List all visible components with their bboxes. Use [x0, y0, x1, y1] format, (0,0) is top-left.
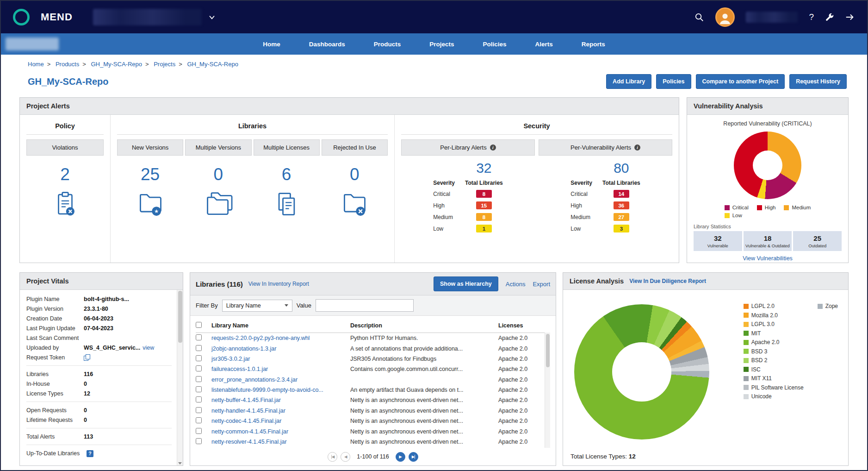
next-page-button[interactable]: ▶ — [396, 452, 405, 462]
tab-multiple-versions[interactable]: Multiple Versions — [185, 139, 251, 156]
violations-count[interactable]: 2 — [26, 156, 104, 191]
actions-button[interactable]: Actions — [506, 281, 526, 288]
severity-count-badge[interactable]: 15 — [476, 201, 492, 209]
legend-item: Medium — [784, 205, 811, 210]
brand-name[interactable]: MEND — [41, 11, 73, 23]
library-name-link[interactable]: netty-codec-4.1.45.Final.jar — [211, 418, 350, 424]
info-icon[interactable]: i — [490, 144, 496, 151]
nav-item[interactable]: Dashboards — [295, 34, 360, 54]
logout-arrow-icon[interactable] — [845, 12, 855, 22]
library-name-link[interactable]: requests-2.20.0-py2.py3-none-any.whl — [211, 335, 350, 341]
vitals-label: License Types — [26, 390, 84, 397]
nav-item[interactable]: Policies — [469, 34, 521, 54]
page-action-button[interactable]: Add Library — [606, 74, 651, 89]
severity-count-badge[interactable]: 3 — [614, 225, 629, 232]
page-action-button[interactable]: Request History — [789, 74, 847, 89]
per-library-total[interactable]: 32 — [465, 157, 503, 176]
library-name-link[interactable]: netty-common-4.1.45.Final.jar — [211, 428, 350, 435]
export-button[interactable]: Export — [533, 281, 550, 288]
wrench-icon[interactable] — [825, 13, 834, 22]
row-checkbox[interactable] — [196, 345, 202, 351]
severity-count-badge[interactable]: 27 — [614, 213, 629, 221]
nav-item[interactable]: Products — [360, 34, 415, 54]
folders-icon — [205, 191, 232, 219]
help-icon[interactable]: ? — [809, 12, 814, 22]
row-checkbox[interactable] — [196, 355, 202, 361]
tab-multiple-licenses[interactable]: Multiple Licenses — [254, 139, 320, 156]
breadcrumb-link[interactable]: Home — [28, 61, 44, 68]
vitals-label: Request Token — [26, 354, 84, 361]
search-icon[interactable] — [694, 12, 704, 22]
question-badge-icon[interactable]: ? — [87, 450, 93, 457]
user-avatar[interactable] — [715, 7, 735, 27]
row-checkbox[interactable] — [196, 407, 202, 413]
breadcrumb-link[interactable]: GH_My-SCA-Repo — [187, 61, 238, 68]
tab-rejected-in-use[interactable]: Rejected In Use — [322, 139, 388, 156]
row-checkbox[interactable] — [196, 386, 202, 392]
library-name-link[interactable]: error_prone_annotations-2.3.4.jar — [211, 377, 350, 383]
previous-page-button[interactable]: ◀ — [341, 452, 350, 462]
row-checkbox[interactable] — [196, 396, 202, 402]
breadcrumb-link[interactable]: GH_My-SCA-Repo — [91, 61, 142, 68]
library-name-link[interactable]: failureaccess-1.0.1.jar — [211, 366, 350, 372]
filter-value-input[interactable] — [316, 299, 414, 312]
row-checkbox[interactable] — [196, 334, 202, 340]
severity-count-badge[interactable]: 36 — [614, 201, 629, 209]
vitals-scrollbar[interactable] — [177, 290, 183, 465]
library-name-link[interactable]: listenablefuture-9999.0-empty-to-avoid-c… — [211, 387, 350, 393]
multiple-licenses-count[interactable]: 6 — [254, 156, 320, 191]
nav-item[interactable]: Projects — [415, 34, 468, 54]
nav-item[interactable]: Reports — [567, 34, 620, 54]
nav-item[interactable]: Home — [248, 34, 295, 54]
library-name-link[interactable]: netty-handler-4.1.45.Final.jar — [211, 408, 350, 414]
scrollbar-thumb[interactable] — [546, 334, 550, 367]
row-checkbox[interactable] — [196, 438, 202, 444]
uploaded-by-view-link[interactable]: view — [143, 345, 154, 351]
library-stat-box[interactable]: 18 Vulnerable & Outdated — [744, 231, 792, 251]
multiple-versions-count[interactable]: 0 — [185, 156, 251, 191]
scrollbar-thumb[interactable] — [178, 291, 182, 343]
library-name-link[interactable]: j2objc-annotations-1.3.jar — [211, 345, 350, 352]
breadcrumb-link[interactable]: Products — [56, 61, 79, 68]
nav-item[interactable]: Alerts — [521, 34, 567, 54]
view-vulnerabilities-link[interactable]: View Vulnerabilities — [694, 251, 842, 263]
topbar: MEND ? — [1, 1, 867, 33]
info-icon[interactable]: i — [634, 144, 640, 151]
tab-new-versions[interactable]: New Versions — [117, 139, 183, 156]
filter-field-select[interactable]: Library Name — [222, 300, 292, 312]
view-inventory-report-link[interactable]: View In Inventory Report — [248, 281, 309, 287]
tab-per-library-alerts[interactable]: Per-Library Alerts i — [401, 139, 535, 156]
per-vulnerability-total[interactable]: 80 — [602, 157, 640, 176]
severity-count-badge[interactable]: 14 — [614, 190, 629, 198]
last-page-button[interactable]: ▶| — [409, 452, 418, 462]
severity-count-badge[interactable]: 8 — [476, 190, 492, 198]
row-checkbox[interactable] — [196, 365, 202, 371]
show-as-hierarchy-button[interactable]: Show as Hierarchy — [434, 276, 498, 291]
view-due-diligence-report-link[interactable]: View In Due Diligence Report — [629, 278, 706, 284]
library-stat-box[interactable]: 32 Vulnerable — [694, 231, 742, 251]
severity-count-badge[interactable]: 1 — [476, 225, 492, 232]
library-stat-box[interactable]: 25 Outdated — [793, 231, 842, 251]
page-action-button[interactable]: Policies — [656, 74, 691, 89]
first-page-button[interactable]: |◀ — [328, 452, 337, 462]
library-name-link[interactable]: jsr305-3.0.2.jar — [211, 356, 350, 362]
library-name-link[interactable]: netty-buffer-4.1.45.Final.jar — [211, 397, 350, 403]
org-selector[interactable] — [93, 9, 217, 25]
library-name-link[interactable]: netty-resolver-4.1.45.Final.jar — [211, 439, 350, 445]
row-checkbox[interactable] — [196, 428, 202, 434]
copy-icon[interactable] — [84, 354, 90, 361]
new-versions-count[interactable]: 25 — [117, 156, 183, 191]
select-all-checkbox[interactable] — [196, 322, 202, 328]
rejected-in-use-count[interactable]: 0 — [322, 156, 388, 191]
page-action-button[interactable]: Compare to another Project — [696, 74, 785, 89]
row-checkbox[interactable] — [196, 417, 202, 423]
scroll-down-button[interactable] — [177, 462, 183, 465]
severity-count-badge[interactable]: 8 — [476, 213, 492, 221]
tab-violations[interactable]: Violations — [26, 139, 104, 156]
clipboard-x-icon — [52, 191, 79, 218]
tab-per-vulnerability-alerts[interactable]: Per-Vulnerability Alerts i — [539, 139, 672, 156]
chevron-down-icon[interactable] — [207, 13, 217, 22]
breadcrumb-link[interactable]: Projects — [154, 61, 175, 68]
row-checkbox[interactable] — [196, 376, 202, 382]
table-scrollbar[interactable] — [545, 333, 550, 448]
